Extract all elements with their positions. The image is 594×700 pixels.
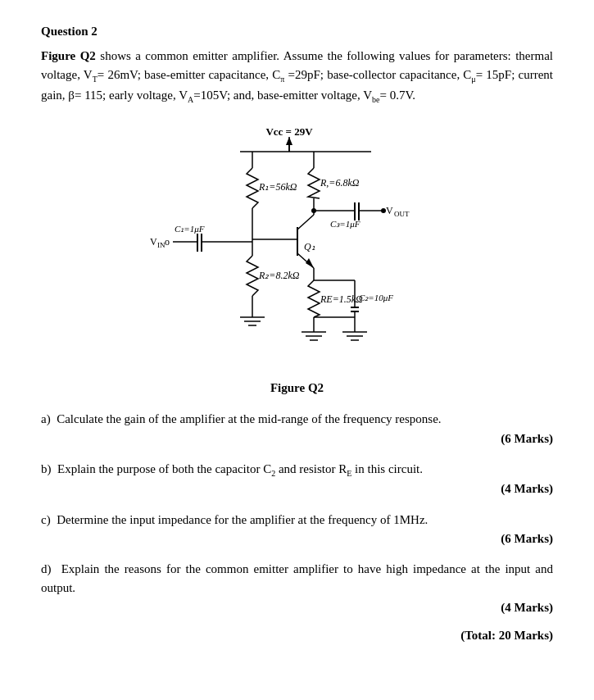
svg-text:C₃=1μF: C₃=1μF [330, 219, 360, 229]
circuit-svg: Vcc = 29V R₁=56kΩ R₂=8.2kΩ V IN o C₁= [125, 120, 469, 375]
circuit-diagram-container: Vcc = 29V R₁=56kΩ R₂=8.2kΩ V IN o C₁= [41, 120, 553, 395]
svg-line-22 [297, 215, 314, 230]
svg-text:RE=1.5kΩ: RE=1.5kΩ [320, 293, 363, 305]
total-marks: (Total: 20 Marks) [41, 629, 553, 643]
question-part-c: c) Determine the input impedance for the… [41, 511, 553, 549]
question-title: Question 2 [41, 25, 553, 39]
figure-label: Figure Q2 [270, 381, 324, 395]
question-part-d: d) Explain the reasons for the common em… [41, 560, 553, 617]
part-c-text: c) Determine the input impedance for the… [41, 511, 553, 530]
part-c-marks: (6 Marks) [41, 530, 553, 548]
intro-paragraph: Figure Q2 shows a common emitter amplifi… [41, 47, 553, 106]
question-part-b: b) Explain the purpose of both the capac… [41, 460, 553, 499]
part-b-text: b) Explain the purpose of both the capac… [41, 460, 553, 480]
svg-text:R₁=56kΩ: R₁=56kΩ [258, 181, 297, 193]
part-d-marks: (4 Marks) [41, 598, 553, 617]
svg-text:C₁=1μF: C₁=1μF [175, 224, 205, 234]
svg-text:C₂=10μF: C₂=10μF [359, 293, 393, 302]
svg-text:V: V [386, 205, 393, 216]
part-a-marks: (6 Marks) [41, 430, 553, 448]
svg-marker-24 [306, 258, 314, 268]
part-a-text: a) Calculate the gain of the amplifier a… [41, 410, 553, 429]
svg-text:o: o [165, 236, 170, 248]
question-part-a: a) Calculate the gain of the amplifier a… [41, 410, 553, 448]
svg-marker-56 [286, 137, 292, 145]
part-b-marks: (4 Marks) [41, 480, 553, 498]
svg-text:R₂=8.2kΩ: R₂=8.2kΩ [258, 270, 300, 281]
svg-text:OUT: OUT [394, 210, 410, 218]
svg-text:R,=6.8kΩ: R,=6.8kΩ [320, 177, 360, 189]
svg-text:Vcc = 29V: Vcc = 29V [265, 125, 313, 138]
part-d-text: d) Explain the reasons for the common em… [41, 560, 553, 598]
svg-text:V: V [150, 236, 157, 248]
figure-ref-bold: Figure Q2 [41, 49, 96, 62]
svg-text:Q₁: Q₁ [304, 241, 315, 252]
